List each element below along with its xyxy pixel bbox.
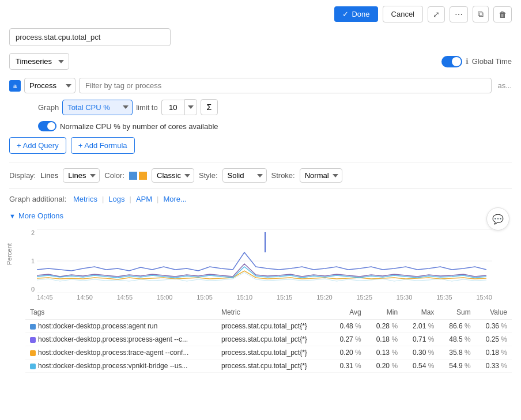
col-min: Min: [366, 305, 402, 320]
cell-value: 0.33 %: [475, 360, 512, 373]
global-time-switch[interactable]: [441, 56, 462, 67]
y-mid: 1: [25, 258, 35, 264]
sigma-button[interactable]: Σ: [201, 99, 218, 115]
cell-min: 0.18 %: [366, 333, 402, 346]
x-label-2: 14:50: [77, 294, 93, 301]
data-table: Tags Metric Avg Min Max Sum Value host:d…: [25, 305, 512, 373]
x-label-5: 15:05: [197, 294, 213, 301]
apm-link[interactable]: APM: [136, 195, 152, 203]
cell-max: 2.01 %: [402, 320, 439, 333]
x-label-12: 15:40: [476, 294, 492, 301]
cell-sum: 35.8 %: [439, 346, 475, 360]
more-options-toggle[interactable]: ▼ More Options: [9, 209, 512, 220]
title-input[interactable]: [9, 28, 171, 46]
global-time-label: Global Time: [472, 57, 512, 66]
cell-metric: process.stat.cpu.total_pct{*}: [217, 320, 329, 333]
delete-icon[interactable]: 🗑: [493, 6, 512, 22]
add-query-button[interactable]: + Add Query: [9, 137, 66, 154]
lines-label: Lines: [40, 171, 58, 180]
cell-tags: host:docker-desktop,process:trace-agent …: [25, 346, 217, 360]
style-select[interactable]: Solid Dashed: [222, 168, 267, 183]
cell-value: 0.18 %: [475, 346, 512, 360]
row-color-dot: [30, 364, 36, 369]
x-label-6: 15:10: [237, 294, 253, 301]
table-row: host:docker-desktop,process:trace-agent …: [25, 346, 512, 360]
cell-max: 0.54 %: [402, 360, 439, 373]
expand-icon[interactable]: ⤢: [428, 6, 445, 22]
cell-value: 0.36 %: [475, 320, 512, 333]
col-metric: Metric: [217, 305, 329, 320]
checkmark-icon: ✓: [342, 10, 349, 18]
more-options-label: More Options: [18, 211, 63, 220]
as-label: as...: [497, 81, 512, 90]
lines-select[interactable]: Lines Bars Area: [63, 168, 100, 183]
color-label: Color:: [104, 171, 124, 180]
stroke-label: Stroke:: [271, 171, 295, 180]
graph-label: Graph: [38, 103, 59, 112]
more-link[interactable]: More...: [163, 195, 186, 203]
cell-sum: 86.6 %: [439, 320, 475, 333]
limit-input[interactable]: [161, 100, 184, 115]
cell-avg: 0.48 %: [329, 320, 365, 333]
info-icon: ℹ: [466, 57, 469, 66]
x-label-8: 15:20: [316, 294, 333, 301]
cell-min: 0.13 %: [366, 346, 402, 360]
y-axis-label: Percent: [6, 243, 13, 265]
x-label-3: 14:55: [117, 294, 133, 301]
cell-metric: process.stat.cpu.total_pct{*}: [217, 346, 329, 360]
x-label-7: 15:15: [277, 294, 293, 301]
buttons-row: + Add Query + Add Formula: [9, 137, 512, 154]
query-label-a: a: [9, 80, 21, 92]
row-color-dot: [30, 350, 36, 356]
copy-icon[interactable]: ⧉: [473, 6, 489, 22]
data-table-container: Tags Metric Avg Min Max Sum Value host:d…: [25, 305, 512, 373]
col-max: Max: [402, 305, 439, 320]
grid-icon[interactable]: ⋯: [450, 6, 468, 22]
cell-sum: 54.9 %: [439, 360, 475, 373]
done-button[interactable]: ✓ Done: [334, 6, 377, 22]
limit-label: limit to: [136, 103, 158, 112]
stroke-select[interactable]: Normal Thin Thick: [300, 168, 342, 183]
table-row: host:docker-desktop,process:process-agen…: [25, 333, 512, 346]
cell-metric: process.stat.cpu.total_pct{*}: [217, 360, 329, 373]
limit-arrow[interactable]: [184, 99, 197, 115]
normalize-toggle[interactable]: [38, 121, 56, 131]
query-row: a Process Host Container as...: [9, 78, 512, 93]
global-time-toggle: ℹ Global Time: [441, 56, 512, 67]
y-max: 2: [25, 229, 35, 236]
col-tags: Tags: [25, 305, 217, 320]
cancel-button[interactable]: Cancel: [383, 6, 423, 22]
x-label-4: 15:00: [157, 294, 173, 301]
row-color-dot: [30, 337, 36, 343]
cell-avg: 0.27 %: [329, 333, 365, 346]
add-formula-button[interactable]: + Add Formula: [71, 137, 135, 154]
display-label: Display:: [9, 171, 36, 180]
cell-min: 0.20 %: [366, 360, 402, 373]
color-swatch-blue: [129, 172, 137, 180]
graph-additional: Graph additional: Metrics | Logs | APM |…: [9, 188, 512, 203]
graph-metric-select[interactable]: Total CPU % User CPU % System CPU %: [62, 100, 133, 115]
table-row: host:docker-desktop,process:vpnkit-bridg…: [25, 360, 512, 373]
x-label-9: 15:25: [357, 294, 373, 301]
metrics-link[interactable]: Metrics: [73, 195, 97, 203]
filter-input[interactable]: [79, 78, 492, 93]
cell-avg: 0.31 %: [329, 360, 365, 373]
chat-icon: 💬: [492, 214, 504, 225]
x-label-1: 14:45: [37, 294, 53, 301]
normalize-text: Normalize CPU % by number of cores avail…: [60, 122, 218, 131]
col-avg: Avg: [329, 305, 365, 320]
cell-tags: host:docker-desktop,process:agent run: [25, 320, 217, 333]
table-row: host:docker-desktop,process:agent run pr…: [25, 320, 512, 333]
cell-max: 0.71 %: [402, 333, 439, 346]
normalize-row: Normalize CPU % by number of cores avail…: [38, 121, 512, 131]
limit-wrapper: [161, 99, 197, 115]
viz-select[interactable]: Timeseries Bar Pie: [9, 53, 69, 70]
cell-max: 0.30 %: [402, 346, 439, 360]
cell-tags: host:docker-desktop,process:vpnkit-bridg…: [25, 360, 217, 373]
chat-button[interactable]: 💬: [486, 207, 509, 230]
logs-link[interactable]: Logs: [108, 195, 124, 203]
col-value: Value: [475, 305, 512, 320]
query-type-select[interactable]: Process Host Container: [24, 78, 75, 93]
cell-avg: 0.20 %: [329, 346, 365, 360]
color-scheme-select[interactable]: Classic Purple: [152, 168, 194, 183]
